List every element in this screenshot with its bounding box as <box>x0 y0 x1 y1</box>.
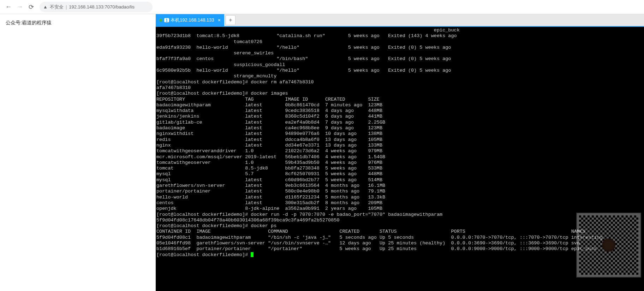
page-text: 公众号:霸道的程序猿 <box>6 20 52 25</box>
back-button[interactable]: ← <box>3 1 14 13</box>
tab-title: 本机192.168.148.133 <box>171 17 214 23</box>
terminal-tab-active[interactable]: 1 本机192.168.148.133 × <box>156 14 224 26</box>
reload-button[interactable]: ⟳ <box>25 1 37 13</box>
qr-code-watermark <box>577 213 640 277</box>
insecure-icon: ▲ <box>43 4 48 10</box>
address-bar[interactable]: ▲ 不安全 | 192.168.148.133:7070/badao/lis <box>40 2 153 12</box>
close-icon[interactable]: × <box>218 17 221 23</box>
insecure-label: 不安全 <box>50 4 64 10</box>
terminal-output[interactable]: epic_buck 39f5b723d1b8 tomcat:8.5-jdk8 "… <box>156 27 644 291</box>
page-content: 公众号:霸道的程序猿 <box>0 14 156 291</box>
browser-toolbar: ← → ⟳ ▲ 不安全 | 192.168.148.133:7070/badao… <box>0 0 644 14</box>
new-tab-button[interactable]: + <box>226 15 235 25</box>
terminal-cursor <box>251 252 254 257</box>
terminal-window: 1 本机192.168.148.133 × + epic_buck 39f5b7… <box>156 14 644 291</box>
tab-number: 1 <box>164 18 169 22</box>
terminal-tab-strip: 1 本机192.168.148.133 × + <box>156 14 644 27</box>
status-dot-icon <box>159 19 162 22</box>
forward-button[interactable]: → <box>14 1 25 13</box>
url-text: 192.168.148.133:7070/badao/lis <box>69 4 135 10</box>
